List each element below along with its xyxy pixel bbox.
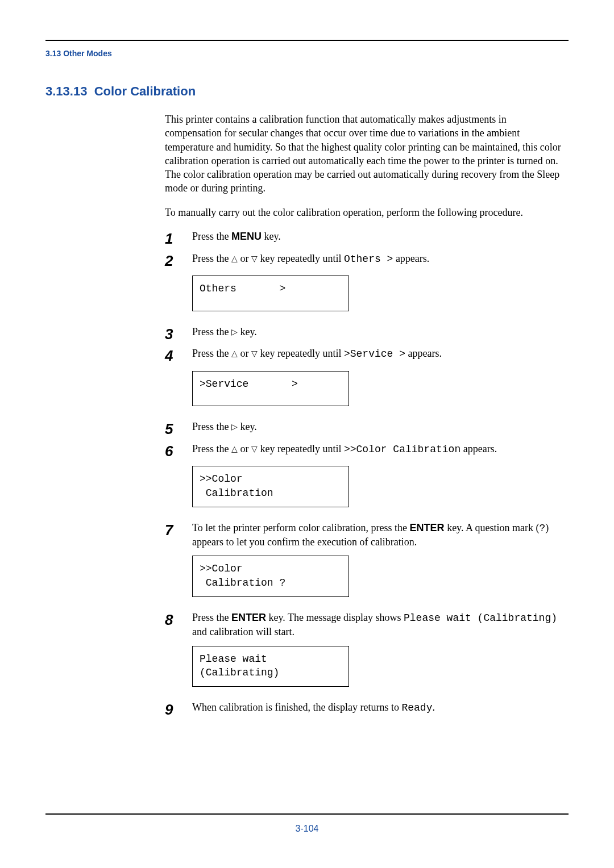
text: key. bbox=[262, 231, 281, 242]
running-header: 3.13 Other Modes bbox=[45, 49, 569, 58]
lcd-display-color-calibration: >>Color Calibration bbox=[192, 466, 349, 507]
lcd-display-color-calibration-confirm: >>Color Calibration ? bbox=[192, 556, 349, 597]
step-4-text: Press the △ or ▽ key repeatedly until >S… bbox=[192, 347, 563, 361]
text: Press the bbox=[192, 231, 231, 242]
enter-key-label: ENTER bbox=[410, 522, 445, 533]
step-5: 5 Press the ▷ key. bbox=[165, 420, 563, 437]
triangle-up-icon: △ bbox=[231, 348, 238, 359]
text: or bbox=[238, 253, 251, 264]
step-number-5: 5 bbox=[165, 420, 192, 437]
text: key. bbox=[238, 326, 257, 337]
step-number-1: 1 bbox=[165, 229, 192, 247]
text: key repeatedly until bbox=[258, 348, 344, 359]
triangle-right-icon: ▷ bbox=[231, 422, 238, 432]
section-title-text: Color Calibration bbox=[94, 84, 196, 98]
lcd-display-service: >Service > bbox=[192, 371, 349, 406]
step-8-text: Press the ENTER key. The message display… bbox=[192, 611, 563, 639]
footer: 3-104 bbox=[45, 813, 569, 834]
triangle-up-icon: △ bbox=[231, 444, 238, 454]
triangle-right-icon: ▷ bbox=[231, 327, 238, 337]
top-rule bbox=[45, 40, 569, 41]
step-number-4: 4 bbox=[165, 347, 192, 364]
text: appears. bbox=[460, 443, 497, 454]
step-number-9: 9 bbox=[165, 700, 192, 718]
step-2-text: Press the △ or ▽ key repeatedly until Ot… bbox=[192, 252, 563, 266]
intro-paragraph-2: To manually carry out the color calibrat… bbox=[165, 206, 563, 219]
text: appears. bbox=[405, 348, 442, 359]
step-3: 3 Press the ▷ key. bbox=[165, 325, 563, 343]
text: Press the bbox=[192, 612, 231, 623]
text: . bbox=[432, 702, 435, 713]
text: key repeatedly until bbox=[258, 253, 344, 264]
step-1-text: Press the MENU key. bbox=[192, 229, 563, 243]
text: key. bbox=[238, 421, 257, 432]
step-number-3: 3 bbox=[165, 325, 192, 343]
text: Press the bbox=[192, 326, 231, 337]
text: Press the bbox=[192, 253, 231, 264]
text: key. The message display shows bbox=[266, 612, 404, 623]
page-number: 3-104 bbox=[296, 824, 319, 833]
triangle-down-icon: ▽ bbox=[251, 348, 258, 359]
section-number: 3.13.13 bbox=[45, 84, 87, 98]
step-number-2: 2 bbox=[165, 252, 192, 269]
section-heading: 3.13.13 Color Calibration bbox=[45, 84, 569, 99]
step-9-text: When calibration is finished, the displa… bbox=[192, 700, 563, 715]
menu-key-label: MENU bbox=[231, 231, 262, 242]
page: 3.13 Other Modes 3.13.13 Color Calibrati… bbox=[0, 0, 614, 868]
step-9: 9 When calibration is finished, the disp… bbox=[165, 700, 563, 718]
step-1: 1 Press the MENU key. bbox=[165, 229, 563, 247]
step-8: 8 Press the ENTER key. The message displ… bbox=[165, 611, 563, 639]
lcd-display-please-wait: Please wait (Calibrating) bbox=[192, 646, 349, 687]
display-text-inline: >Service > bbox=[344, 348, 405, 360]
triangle-up-icon: △ bbox=[231, 253, 238, 264]
step-number-8: 8 bbox=[165, 611, 192, 628]
text: and calibration will start. bbox=[192, 626, 294, 637]
step-number-7: 7 bbox=[165, 521, 192, 539]
triangle-down-icon: ▽ bbox=[251, 253, 258, 264]
step-3-text: Press the ▷ key. bbox=[192, 325, 563, 339]
display-text-inline: Others > bbox=[344, 253, 393, 265]
question-mark-inline: ? bbox=[539, 523, 545, 534]
text: appears. bbox=[393, 253, 429, 264]
display-text-inline: >>Color Calibration bbox=[344, 444, 460, 455]
step-number-6: 6 bbox=[165, 442, 192, 460]
step-6-text: Press the △ or ▽ key repeatedly until >>… bbox=[192, 442, 563, 456]
step-7: 7 To let the printer perform color calib… bbox=[165, 521, 563, 549]
enter-key-label: ENTER bbox=[231, 612, 266, 623]
body: This printer contains a calibration func… bbox=[165, 112, 563, 718]
text: key. A question mark ( bbox=[445, 522, 540, 533]
intro-paragraph-1: This printer contains a calibration func… bbox=[165, 112, 563, 195]
step-6: 6 Press the △ or ▽ key repeatedly until … bbox=[165, 442, 563, 460]
text: To let the printer perform color calibra… bbox=[192, 522, 410, 533]
step-5-text: Press the ▷ key. bbox=[192, 420, 563, 433]
display-text-inline: Please wait (Calibrating) bbox=[404, 612, 557, 624]
step-2: 2 Press the △ or ▽ key repeatedly until … bbox=[165, 252, 563, 269]
lcd-display-others: Others > bbox=[192, 276, 349, 311]
text: Press the bbox=[192, 443, 231, 454]
step-4: 4 Press the △ or ▽ key repeatedly until … bbox=[165, 347, 563, 364]
text: Press the bbox=[192, 348, 231, 359]
text: or bbox=[238, 443, 251, 454]
display-text-inline: Ready bbox=[401, 702, 432, 713]
step-7-text: To let the printer perform color calibra… bbox=[192, 521, 563, 549]
text: Press the bbox=[192, 421, 231, 432]
text: or bbox=[238, 348, 251, 359]
text: When calibration is finished, the displa… bbox=[192, 702, 401, 713]
triangle-down-icon: ▽ bbox=[251, 444, 258, 454]
text: key repeatedly until bbox=[258, 443, 344, 454]
